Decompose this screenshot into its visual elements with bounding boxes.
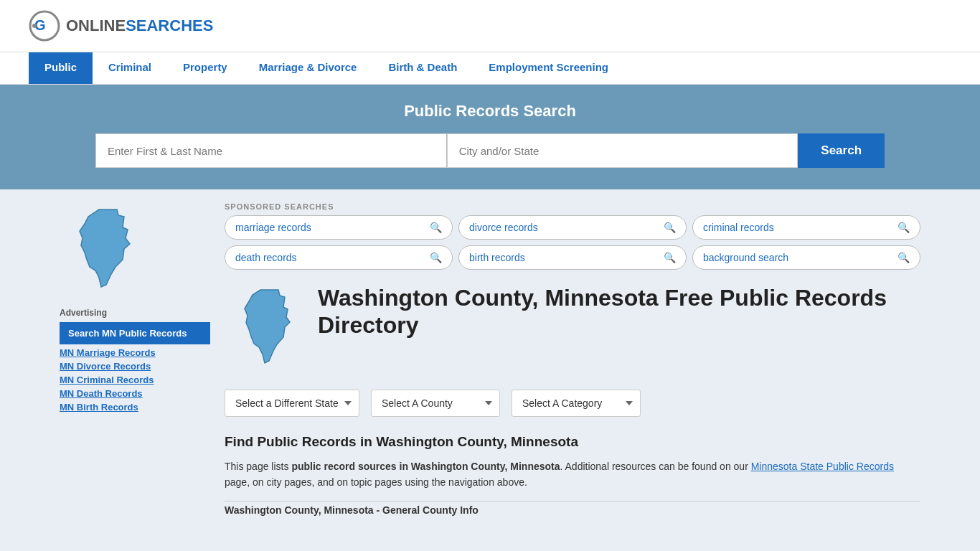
search-bar: Search bbox=[95, 133, 885, 168]
name-input[interactable] bbox=[95, 133, 447, 168]
sidebar-highlight[interactable]: Search MN Public Records bbox=[60, 322, 210, 344]
mn-map bbox=[60, 202, 210, 298]
body-bold: public record sources in Washington Coun… bbox=[291, 461, 560, 472]
header: G ONLINESEARCHES bbox=[0, 0, 980, 52]
sidebar: Advertising Search MN Public Records MN … bbox=[60, 202, 210, 516]
sub-section-title: Washington County, Minnesota - General C… bbox=[225, 504, 920, 516]
logo[interactable]: G ONLINESEARCHES bbox=[29, 10, 213, 42]
section-body: This page lists public record sources in… bbox=[225, 458, 920, 491]
svg-point-2 bbox=[32, 24, 37, 28]
search-section: Public Records Search Search bbox=[0, 85, 980, 189]
find-title: Find Public Records in Washington County… bbox=[225, 434, 920, 450]
pill-death-label: death records bbox=[235, 252, 297, 263]
nav-birth-death[interactable]: Birth & Death bbox=[372, 52, 473, 84]
search-button[interactable]: Search bbox=[798, 133, 885, 168]
divider bbox=[225, 501, 920, 501]
page-title: Washington County, Minnesota Free Public… bbox=[318, 284, 920, 339]
pill-background-label: background search bbox=[703, 252, 788, 263]
sidebar-link-divorce[interactable]: MN Divorce Records bbox=[60, 359, 210, 373]
svg-marker-3 bbox=[80, 209, 130, 287]
search-icon-birth: 🔍 bbox=[664, 252, 676, 263]
body-intro: This page lists bbox=[225, 461, 291, 472]
nav-marriage-divorce[interactable]: Marriage & Divorce bbox=[243, 52, 373, 84]
search-pills: marriage records 🔍 divorce records 🔍 cri… bbox=[225, 215, 920, 270]
pill-background[interactable]: background search 🔍 bbox=[692, 245, 920, 270]
search-icon-criminal: 🔍 bbox=[897, 222, 910, 233]
nav-property[interactable]: Property bbox=[167, 52, 243, 84]
pill-marriage[interactable]: marriage records 🔍 bbox=[225, 215, 453, 240]
nav-employment[interactable]: Employment Screening bbox=[473, 52, 624, 84]
state-map-detail bbox=[225, 284, 303, 372]
sidebar-link-death[interactable]: MN Death Records bbox=[60, 387, 210, 400]
category-dropdown[interactable]: Select A Category bbox=[512, 390, 641, 417]
pill-birth-label: birth records bbox=[469, 252, 525, 263]
pill-birth[interactable]: birth records 🔍 bbox=[458, 245, 687, 270]
body-end: page, on city pages, and on topic pages … bbox=[225, 476, 527, 488]
search-icon-death: 🔍 bbox=[430, 252, 442, 263]
county-dropdown[interactable]: Select A County bbox=[371, 390, 500, 417]
page-header: Washington County, Minnesota Free Public… bbox=[225, 284, 920, 372]
body-text: . Additional resources can be found on o… bbox=[560, 461, 751, 472]
sidebar-link-criminal[interactable]: MN Criminal Records bbox=[60, 373, 210, 387]
sponsored-label: SPONSORED SEARCHES bbox=[225, 202, 920, 211]
search-title: Public Records Search bbox=[29, 102, 951, 121]
pill-death[interactable]: death records 🔍 bbox=[225, 245, 453, 270]
state-dropdown[interactable]: Select a Different State bbox=[225, 390, 359, 417]
search-icon-marriage: 🔍 bbox=[430, 222, 442, 233]
dropdowns: Select a Different State Select A County… bbox=[225, 390, 920, 417]
logo-text: ONLINESEARCHES bbox=[66, 17, 213, 35]
pill-criminal-label: criminal records bbox=[703, 222, 774, 233]
logo-icon: G bbox=[29, 10, 60, 42]
body-link[interactable]: Minnesota State Public Records bbox=[751, 461, 894, 472]
content: SPONSORED SEARCHES marriage records 🔍 di… bbox=[225, 202, 920, 516]
advertising-label: Advertising bbox=[60, 308, 210, 318]
pill-divorce[interactable]: divorce records 🔍 bbox=[458, 215, 687, 240]
nav-criminal[interactable]: Criminal bbox=[93, 52, 167, 84]
svg-marker-4 bbox=[245, 290, 290, 363]
search-icon-background: 🔍 bbox=[897, 252, 910, 263]
search-icon-divorce: 🔍 bbox=[664, 222, 676, 233]
pill-divorce-label: divorce records bbox=[469, 222, 538, 233]
sidebar-link-marriage[interactable]: MN Marriage Records bbox=[60, 346, 210, 359]
pill-criminal[interactable]: criminal records 🔍 bbox=[692, 215, 920, 240]
main-container: Advertising Search MN Public Records MN … bbox=[45, 189, 935, 516]
main-nav: Public Criminal Property Marriage & Divo… bbox=[0, 52, 980, 85]
sidebar-link-birth[interactable]: MN Birth Records bbox=[60, 400, 210, 414]
pill-marriage-label: marriage records bbox=[235, 222, 311, 233]
city-input[interactable] bbox=[447, 133, 798, 168]
nav-public[interactable]: Public bbox=[29, 52, 93, 84]
